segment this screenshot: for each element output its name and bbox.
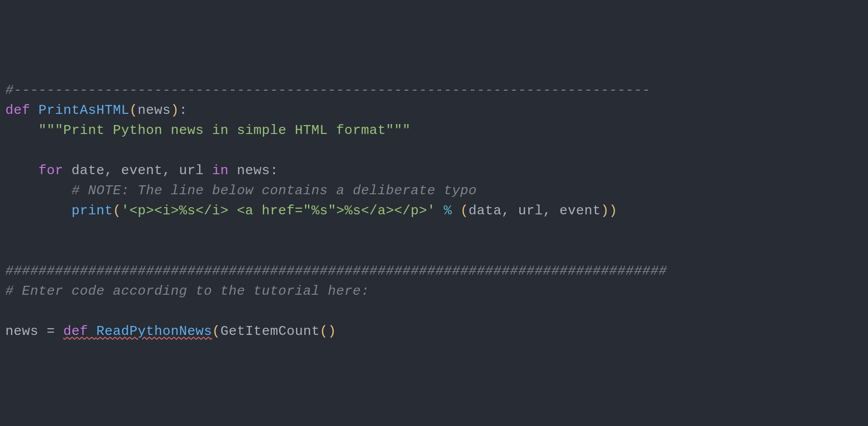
keyword-def-error: def <box>63 324 88 339</box>
parameter: news <box>138 103 171 118</box>
code-editor[interactable]: #---------------------------------------… <box>0 80 868 342</box>
format-string: '<p><i>%s</i> <a href="%s">%s</a></p>' <box>121 203 435 218</box>
loop-vars: date, event, url <box>63 163 212 178</box>
arg-call: GetItemCount <box>220 324 320 339</box>
function-name: PrintAsHTML <box>38 103 130 118</box>
paren-open: ( <box>130 103 138 118</box>
syntax-error-span: def ReadPythonNews <box>63 324 212 339</box>
function-name-error: ReadPythonNews <box>97 324 212 339</box>
iterable: news <box>229 163 270 178</box>
colon: : <box>270 163 278 178</box>
comment-divider: #---------------------------------------… <box>5 83 650 98</box>
comment-instruction: # Enter code according to the tutorial h… <box>5 284 369 299</box>
print-call: print <box>72 203 113 218</box>
keyword-for: for <box>38 163 63 178</box>
inner-paren-open: ( <box>320 324 328 339</box>
inner-paren-close: ) <box>328 324 337 339</box>
paren-open: ( <box>113 203 122 218</box>
format-args: data, url, event <box>468 203 601 218</box>
mod-operator: % <box>435 203 460 218</box>
paren-close: ) <box>609 203 618 218</box>
tuple-close: ) <box>601 203 609 218</box>
equals-sign: = <box>38 324 63 339</box>
paren-open: ( <box>212 324 221 339</box>
tuple-open: ( <box>460 203 469 218</box>
keyword-in: in <box>212 163 229 178</box>
docstring: """Print Python news in simple HTML form… <box>38 123 411 138</box>
colon: : <box>179 103 188 118</box>
space <box>88 324 97 339</box>
comment-hashline: ########################################… <box>5 263 667 279</box>
paren-close: ) <box>171 103 179 118</box>
keyword-def: def <box>5 103 30 118</box>
comment-note: # NOTE: The line below contains a delibe… <box>72 183 477 198</box>
variable-news: news <box>5 324 38 339</box>
